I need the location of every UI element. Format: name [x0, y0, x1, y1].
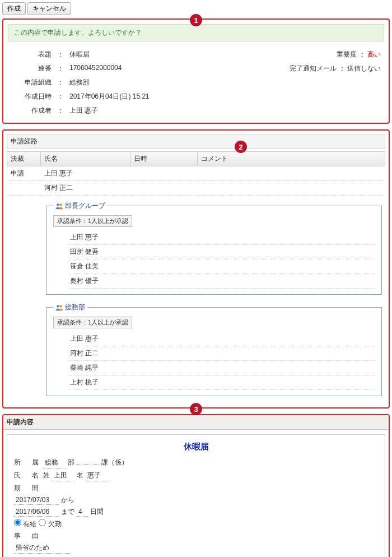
form-area: 休暇届 所 属 総務 部 課（係） 氏 名 姓 上田 名 惠子 期 間 2017… — [7, 434, 385, 557]
field-date-to: 2017/06/06 — [14, 508, 59, 517]
radio-paid[interactable]: 有給 — [14, 519, 36, 529]
cancel-button[interactable]: キャンセル — [27, 2, 71, 15]
badge-1: 1 — [190, 14, 202, 26]
route-name: 上田 惠子 — [41, 166, 130, 181]
member-item: 奥村 優子 — [69, 274, 375, 289]
route-comment — [198, 166, 385, 181]
field-affiliation-ka — [77, 463, 99, 465]
group-icon — [55, 203, 63, 210]
approval-group: 部長グループ承認条件：1人以上が承認上田 惠子田所 健吾笹倉 佳美奥村 優子 — [46, 201, 382, 295]
value-importance: 高い — [367, 50, 381, 58]
field-surname: 上田 — [52, 471, 74, 481]
field-days: 4 — [77, 508, 88, 517]
field-date-from: 2017/07/03 — [14, 496, 59, 505]
route-header-datetime: 日時 — [130, 152, 198, 166]
route-row: 申請上田 惠子 — [7, 166, 385, 181]
approval-condition: 承認条件：1人以上が承認 — [53, 215, 132, 227]
section-route: 2 申請経路 決裁 氏名 日時 コメント 申請上田 惠子河村 正二 部長グループ… — [2, 129, 390, 409]
route-header-comment: コメント — [198, 152, 385, 166]
meta-table: 表題 ： 休暇届 重要度 ： 高い 連番 ： 17060452000004 完了… — [8, 47, 384, 118]
route-decision — [7, 181, 41, 196]
form-title: 休暇届 — [14, 442, 378, 452]
route-row: 河村 正二 — [7, 181, 385, 196]
route-datetime — [130, 181, 198, 196]
route-header-decision: 決裁 — [7, 152, 41, 166]
svg-point-3 — [59, 305, 62, 307]
svg-point-2 — [57, 305, 59, 307]
member-item: 上村 桃子 — [69, 375, 375, 390]
member-item: 笹倉 佳美 — [69, 259, 375, 274]
svg-point-0 — [57, 203, 59, 206]
label-serial: 連番 — [9, 62, 54, 75]
radio-absent[interactable]: 欠勤 — [39, 519, 61, 529]
label-subject: 表題 — [9, 48, 54, 61]
group-legend: 総務部 — [53, 303, 87, 312]
toolbar-top: 作成 キャンセル — [2, 2, 390, 15]
field-reason: 帰省のため — [14, 543, 70, 554]
member-item: 田所 健吾 — [69, 245, 375, 259]
label-created-at: 作成日時 — [9, 90, 54, 103]
route-title: 申請経路 — [7, 134, 385, 149]
field-affiliation-bu: 総務 — [43, 458, 66, 468]
label-affiliation: 所 属 — [14, 458, 41, 467]
create-button[interactable]: 作成 — [2, 2, 26, 15]
label-notify: 完了通知メール — [290, 64, 337, 72]
route-datetime — [130, 166, 198, 181]
group-legend: 部長グループ — [53, 201, 108, 211]
value-serial: 17060452000004 — [67, 62, 184, 75]
member-list: 上田 惠子田所 健吾笹倉 佳美奥村 優子 — [69, 230, 375, 289]
section-content: 申請内容 休暇届 所 属 総務 部 課（係） 氏 名 姓 上田 名 惠子 期 間… — [2, 414, 390, 557]
member-list: 上田 惠子河村 正二柴崎 純平上村 桃子 — [69, 332, 375, 390]
label-period: 期 間 — [14, 484, 41, 493]
svg-point-1 — [59, 203, 62, 206]
value-creator: 上田 惠子 — [67, 104, 383, 117]
label-reason: 事 由 — [14, 531, 41, 541]
group-icon — [55, 304, 63, 311]
badge-2: 2 — [235, 141, 247, 153]
label-importance: 重要度 — [337, 50, 357, 58]
content-section-title: 申請内容 — [3, 415, 389, 430]
route-table: 決裁 氏名 日時 コメント 申請上田 惠子河村 正二 — [7, 151, 385, 196]
label-org: 申請組織 — [9, 76, 54, 89]
route-comment — [198, 181, 385, 196]
member-item: 柴崎 純平 — [69, 361, 375, 375]
badge-3: 3 — [190, 403, 202, 415]
value-notify: 送信しない — [347, 64, 381, 72]
member-item: 河村 正二 — [69, 346, 375, 361]
section-summary: 1 この内容で申請します。よろしいですか？ 表題 ： 休暇届 重要度 ： 高い … — [2, 18, 390, 124]
confirm-message: この内容で申請します。よろしいですか？ — [8, 24, 384, 41]
member-item: 上田 惠子 — [69, 332, 375, 346]
approval-group: 総務部承認条件：1人以上が承認上田 惠子河村 正二柴崎 純平上村 桃子 — [46, 303, 382, 396]
value-org: 総務部 — [67, 76, 383, 89]
route-decision: 申請 — [7, 166, 41, 181]
field-given: 惠子 — [86, 471, 108, 481]
value-created-at: 2017年06月04日(日) 15:21 — [67, 90, 383, 103]
member-item: 上田 惠子 — [69, 230, 375, 245]
route-header-name: 氏名 — [41, 152, 130, 166]
label-name: 氏 名 — [14, 471, 41, 480]
value-subject: 休暇届 — [67, 48, 184, 61]
route-name: 河村 正二 — [41, 181, 130, 196]
label-creator: 作成者 — [9, 104, 54, 117]
approval-condition: 承認条件：1人以上が承認 — [53, 317, 132, 328]
